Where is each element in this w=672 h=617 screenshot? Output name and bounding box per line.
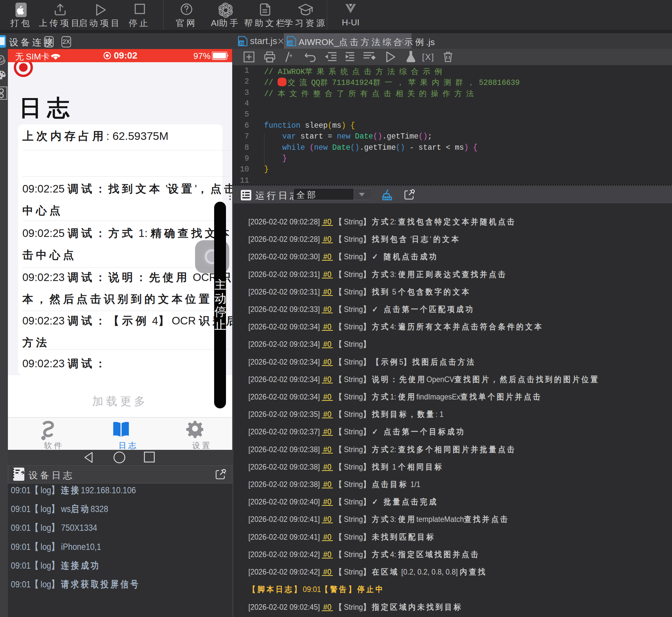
svg-text:*: *: [290, 53, 292, 61]
svg-text:JS: JS: [239, 41, 244, 46]
svg-text:JS: JS: [288, 41, 293, 46]
